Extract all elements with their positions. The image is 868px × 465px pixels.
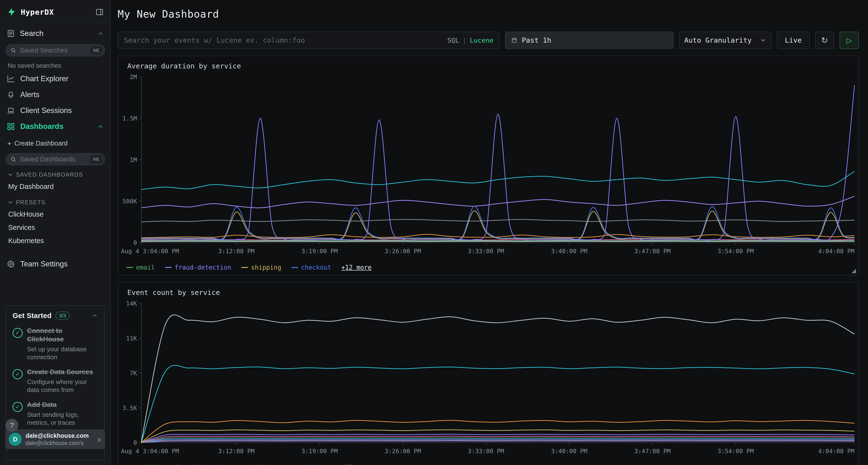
line-chart-avg-duration[interactable]: 0500K1M1.5M2MAug 4 3:04:00 PM3:12:00 PM3… bbox=[118, 72, 858, 263]
legend-item[interactable]: checkout bbox=[291, 264, 331, 271]
panel-title: Event count by service bbox=[118, 283, 858, 299]
no-saved-searches-label: No saved searches bbox=[0, 57, 111, 71]
task-desc: Start sending logs, metrics, or traces bbox=[27, 411, 97, 427]
get-started-item-sources[interactable]: ✓ Create Data Sources Configure where yo… bbox=[12, 368, 98, 394]
panel-title: Average duration by service bbox=[118, 56, 858, 72]
svg-text:3:12:00 PM: 3:12:00 PM bbox=[218, 248, 255, 255]
hyperdx-logo-icon bbox=[7, 7, 17, 17]
live-button[interactable]: Live bbox=[777, 32, 810, 49]
legend-more[interactable]: +12 more bbox=[341, 464, 372, 465]
legend-item[interactable]: email bbox=[126, 264, 155, 271]
sidebar-item-label: Client Sessions bbox=[20, 106, 72, 115]
page-title[interactable]: My New Dashboard bbox=[118, 8, 859, 20]
svg-text:3:12:00 PM: 3:12:00 PM bbox=[218, 447, 255, 455]
time-range-picker[interactable]: Past 1h bbox=[505, 32, 674, 49]
svg-text:1.5M: 1.5M bbox=[123, 115, 137, 122]
search-section-icon bbox=[7, 29, 15, 38]
presets-section-toggle[interactable]: PRESETS bbox=[0, 193, 111, 208]
sidebar-item-client-sessions[interactable]: Client Sessions bbox=[0, 103, 111, 119]
play-button[interactable]: ▷ bbox=[840, 32, 859, 49]
legend-item[interactable]: checkout bbox=[291, 464, 331, 465]
chart-legend: emailfraud-detectionshippingcheckout+12 … bbox=[118, 263, 858, 275]
get-started-item-connect[interactable]: ✓ Connect to ClickHouse Set up your data… bbox=[12, 327, 98, 361]
section-title: SAVED DASHBOARDS bbox=[16, 171, 83, 178]
resize-handle-icon[interactable]: ◢ bbox=[851, 267, 856, 274]
section-title: PRESETS bbox=[16, 199, 45, 206]
svg-text:3:54:00 PM: 3:54:00 PM bbox=[717, 447, 754, 455]
legend-dash-icon bbox=[241, 267, 248, 268]
granularity-value: Auto Granularity bbox=[684, 36, 751, 44]
sidebar: HyperDX Search ⌘K No saved searches bbox=[0, 0, 111, 465]
legend-item[interactable]: shipping bbox=[241, 264, 281, 271]
granularity-select[interactable]: Auto Granularity bbox=[679, 32, 772, 49]
get-started-item-add-data[interactable]: ✓ Add Data Start sending logs, metrics, … bbox=[12, 400, 98, 427]
search-section-toggle[interactable]: Search bbox=[0, 23, 111, 41]
controls-row: SQL | Lucene Past 1h Auto Granularity Li… bbox=[118, 32, 859, 49]
chevron-up-icon bbox=[97, 123, 104, 130]
sidebar-item-my-dashboard[interactable]: My Dashboard bbox=[0, 180, 111, 193]
svg-text:3:19:00 PM: 3:19:00 PM bbox=[301, 248, 338, 255]
legend-label: fraud-detection bbox=[175, 264, 231, 271]
chevron-up-icon bbox=[92, 312, 98, 319]
svg-text:0: 0 bbox=[133, 239, 137, 246]
help-button[interactable]: ? bbox=[5, 419, 18, 432]
sidebar-item-dashboards[interactable]: Dashboards bbox=[0, 119, 111, 134]
legend-dash-icon bbox=[291, 267, 298, 268]
legend-item[interactable]: shipping bbox=[241, 464, 281, 465]
sidebar-item-label: Team Settings bbox=[20, 260, 67, 268]
svg-text:3:40:00 PM: 3:40:00 PM bbox=[551, 447, 588, 455]
check-circle-icon: ✓ bbox=[12, 402, 23, 412]
sidebar-item-label: Alerts bbox=[20, 90, 39, 99]
saved-searches-input[interactable]: ⌘K bbox=[5, 44, 105, 57]
laptop-icon bbox=[7, 106, 15, 115]
search-icon bbox=[10, 47, 17, 54]
app-title: HyperDX bbox=[21, 8, 54, 16]
time-range-value: Past 1h bbox=[522, 36, 551, 44]
check-circle-icon: ✓ bbox=[12, 328, 23, 338]
create-dashboard-label: Create Dashboard bbox=[14, 140, 68, 147]
user-menu[interactable]: D dale@clickhouse.com dale@clickhouse.co… bbox=[5, 429, 105, 449]
saved-searches-field[interactable] bbox=[20, 47, 87, 54]
chevron-down-icon bbox=[7, 199, 13, 205]
sidebar-collapse-icon[interactable] bbox=[95, 8, 104, 16]
legend-item[interactable]: fraud-detection bbox=[165, 264, 231, 271]
event-search-input[interactable] bbox=[124, 36, 443, 44]
svg-text:11K: 11K bbox=[126, 335, 137, 342]
shortcut-badge: ⌘K bbox=[90, 46, 102, 55]
create-dashboard-button[interactable]: + Create Dashboard bbox=[0, 134, 111, 150]
sql-toggle[interactable]: SQL bbox=[447, 37, 459, 44]
svg-text:0: 0 bbox=[133, 439, 137, 446]
sidebar-item-services[interactable]: Services bbox=[0, 221, 111, 234]
main-content: My New Dashboard SQL | Lucene Past 1h Au… bbox=[111, 0, 868, 465]
sidebar-item-kubernetes[interactable]: Kubernetes bbox=[0, 234, 111, 247]
app-root: HyperDX Search ⌘K No saved searches bbox=[0, 0, 868, 465]
lucene-toggle[interactable]: Lucene bbox=[470, 37, 493, 44]
legend-label: email bbox=[136, 464, 155, 465]
saved-dashboards-input[interactable]: ⌘K bbox=[5, 153, 105, 166]
svg-text:3:19:00 PM: 3:19:00 PM bbox=[301, 447, 338, 455]
gear-icon bbox=[7, 260, 15, 268]
line-chart-event-count[interactable]: 03.5K7K11K14KAug 4 3:04:00 PM3:12:00 PM3… bbox=[118, 299, 858, 463]
calendar-icon bbox=[511, 37, 518, 43]
legend-more[interactable]: +12 more bbox=[341, 264, 372, 271]
refresh-button[interactable]: ↻ bbox=[815, 32, 834, 49]
svg-text:2M: 2M bbox=[130, 73, 137, 80]
legend-label: fraud-detection bbox=[175, 464, 231, 465]
legend-item[interactable]: email bbox=[126, 464, 155, 465]
svg-text:3:26:00 PM: 3:26:00 PM bbox=[384, 248, 421, 255]
svg-text:Aug 4 3:04:00 PM: Aug 4 3:04:00 PM bbox=[121, 447, 179, 455]
legend-item[interactable]: fraud-detection bbox=[165, 464, 231, 465]
sidebar-item-team-settings[interactable]: Team Settings bbox=[0, 256, 111, 272]
event-search: SQL | Lucene bbox=[118, 32, 500, 49]
saved-dashboards-field[interactable] bbox=[20, 156, 87, 163]
legend-label: checkout bbox=[301, 464, 331, 465]
svg-text:3:40:00 PM: 3:40:00 PM bbox=[551, 248, 588, 255]
sidebar-item-chart-explorer[interactable]: Chart Explorer bbox=[0, 71, 111, 87]
saved-dashboards-section-toggle[interactable]: SAVED DASHBOARDS bbox=[0, 166, 111, 180]
get-started-header[interactable]: Get Started 3/3 bbox=[12, 311, 98, 320]
legend-label: checkout bbox=[301, 264, 331, 271]
sidebar-item-alerts[interactable]: Alerts bbox=[0, 87, 111, 103]
dashboards-grid-icon bbox=[7, 122, 15, 131]
search-section-label: Search bbox=[20, 29, 43, 38]
sidebar-item-clickhouse[interactable]: ClickHouse bbox=[0, 208, 111, 221]
